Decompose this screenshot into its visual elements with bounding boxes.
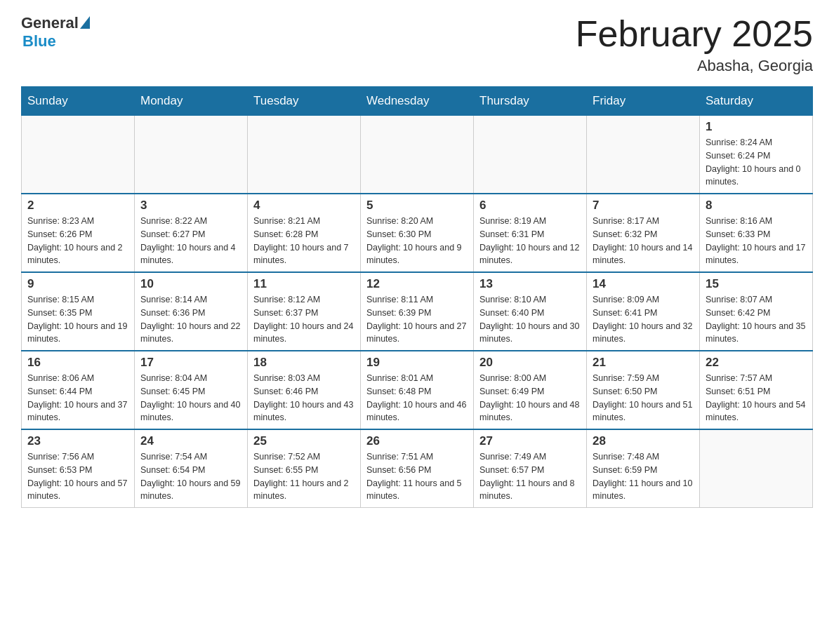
day-info: Sunrise: 8:19 AM Sunset: 6:31 PM Dayligh… — [479, 215, 581, 267]
day-number: 23 — [27, 434, 128, 448]
calendar-cell — [700, 429, 813, 508]
calendar-table: SundayMondayTuesdayWednesdayThursdayFrid… — [21, 86, 813, 508]
calendar-cell: 15Sunrise: 8:07 AM Sunset: 6:42 PM Dayli… — [700, 272, 813, 351]
calendar-cell — [474, 116, 587, 194]
calendar-header-tuesday: Tuesday — [248, 87, 361, 116]
day-number: 3 — [140, 199, 241, 213]
day-number: 12 — [366, 277, 468, 291]
day-number: 1 — [706, 120, 807, 134]
day-info: Sunrise: 8:22 AM Sunset: 6:27 PM Dayligh… — [140, 215, 241, 267]
calendar-cell: 12Sunrise: 8:11 AM Sunset: 6:39 PM Dayli… — [361, 272, 474, 351]
calendar-cell: 26Sunrise: 7:51 AM Sunset: 6:56 PM Dayli… — [361, 429, 474, 508]
calendar-cell — [22, 116, 135, 194]
calendar-week-row: 1Sunrise: 8:24 AM Sunset: 6:24 PM Daylig… — [22, 116, 813, 194]
month-title: February 2025 — [576, 14, 813, 54]
day-number: 28 — [593, 434, 694, 448]
title-section: February 2025 Abasha, Georgia — [576, 14, 813, 75]
calendar-cell: 7Sunrise: 8:17 AM Sunset: 6:32 PM Daylig… — [587, 194, 700, 272]
day-info: Sunrise: 7:49 AM Sunset: 6:57 PM Dayligh… — [479, 450, 581, 503]
day-info: Sunrise: 8:14 AM Sunset: 6:36 PM Dayligh… — [140, 293, 241, 346]
day-info: Sunrise: 7:48 AM Sunset: 6:59 PM Dayligh… — [593, 450, 694, 503]
calendar-cell: 21Sunrise: 7:59 AM Sunset: 6:50 PM Dayli… — [587, 351, 700, 429]
day-number: 27 — [479, 434, 581, 448]
calendar-cell: 13Sunrise: 8:10 AM Sunset: 6:40 PM Dayli… — [474, 272, 587, 351]
day-info: Sunrise: 8:15 AM Sunset: 6:35 PM Dayligh… — [27, 293, 128, 346]
calendar-cell — [248, 116, 361, 194]
calendar-header-row: SundayMondayTuesdayWednesdayThursdayFrid… — [22, 87, 813, 116]
day-number: 8 — [706, 199, 807, 213]
day-info: Sunrise: 8:06 AM Sunset: 6:44 PM Dayligh… — [27, 372, 128, 424]
day-number: 24 — [140, 434, 241, 448]
day-number: 6 — [479, 199, 581, 213]
calendar-header-thursday: Thursday — [474, 87, 587, 116]
day-number: 4 — [253, 199, 355, 213]
calendar-cell: 28Sunrise: 7:48 AM Sunset: 6:59 PM Dayli… — [587, 429, 700, 508]
day-info: Sunrise: 8:21 AM Sunset: 6:28 PM Dayligh… — [253, 215, 355, 267]
day-number: 26 — [366, 434, 468, 448]
calendar-cell: 9Sunrise: 8:15 AM Sunset: 6:35 PM Daylig… — [22, 272, 135, 351]
day-info: Sunrise: 7:51 AM Sunset: 6:56 PM Dayligh… — [366, 450, 468, 503]
calendar-header-friday: Friday — [587, 87, 700, 116]
location-label: Abasha, Georgia — [576, 57, 813, 75]
calendar-cell: 2Sunrise: 8:23 AM Sunset: 6:26 PM Daylig… — [22, 194, 135, 272]
day-info: Sunrise: 7:57 AM Sunset: 6:51 PM Dayligh… — [706, 372, 807, 424]
day-number: 20 — [479, 356, 581, 370]
day-info: Sunrise: 8:24 AM Sunset: 6:24 PM Dayligh… — [706, 136, 807, 189]
day-info: Sunrise: 7:52 AM Sunset: 6:55 PM Dayligh… — [253, 450, 355, 503]
day-number: 14 — [593, 277, 694, 291]
day-info: Sunrise: 7:56 AM Sunset: 6:53 PM Dayligh… — [27, 450, 128, 503]
calendar-week-row: 16Sunrise: 8:06 AM Sunset: 6:44 PM Dayli… — [22, 351, 813, 429]
calendar-cell: 11Sunrise: 8:12 AM Sunset: 6:37 PM Dayli… — [248, 272, 361, 351]
day-info: Sunrise: 8:20 AM Sunset: 6:30 PM Dayligh… — [366, 215, 468, 267]
day-number: 22 — [706, 356, 807, 370]
day-info: Sunrise: 8:16 AM Sunset: 6:33 PM Dayligh… — [706, 215, 807, 267]
logo-blue-text: Blue — [22, 32, 56, 51]
day-number: 7 — [593, 199, 694, 213]
day-info: Sunrise: 8:23 AM Sunset: 6:26 PM Dayligh… — [27, 215, 128, 267]
day-info: Sunrise: 8:07 AM Sunset: 6:42 PM Dayligh… — [706, 293, 807, 346]
day-number: 13 — [479, 277, 581, 291]
calendar-cell: 16Sunrise: 8:06 AM Sunset: 6:44 PM Dayli… — [22, 351, 135, 429]
logo-general-text: General — [21, 14, 79, 32]
day-info: Sunrise: 8:01 AM Sunset: 6:48 PM Dayligh… — [366, 372, 468, 424]
calendar-cell: 19Sunrise: 8:01 AM Sunset: 6:48 PM Dayli… — [361, 351, 474, 429]
logo: General Blue — [21, 14, 90, 51]
calendar-cell: 3Sunrise: 8:22 AM Sunset: 6:27 PM Daylig… — [135, 194, 248, 272]
day-number: 15 — [706, 277, 807, 291]
calendar-cell: 17Sunrise: 8:04 AM Sunset: 6:45 PM Dayli… — [135, 351, 248, 429]
day-number: 17 — [140, 356, 241, 370]
calendar-cell: 18Sunrise: 8:03 AM Sunset: 6:46 PM Dayli… — [248, 351, 361, 429]
calendar-cell: 27Sunrise: 7:49 AM Sunset: 6:57 PM Dayli… — [474, 429, 587, 508]
calendar-week-row: 2Sunrise: 8:23 AM Sunset: 6:26 PM Daylig… — [22, 194, 813, 272]
day-info: Sunrise: 8:10 AM Sunset: 6:40 PM Dayligh… — [479, 293, 581, 346]
calendar-cell: 8Sunrise: 8:16 AM Sunset: 6:33 PM Daylig… — [700, 194, 813, 272]
day-number: 19 — [366, 356, 468, 370]
calendar-header-wednesday: Wednesday — [361, 87, 474, 116]
calendar-cell — [361, 116, 474, 194]
logo-triangle-icon — [80, 16, 90, 29]
calendar-cell: 14Sunrise: 8:09 AM Sunset: 6:41 PM Dayli… — [587, 272, 700, 351]
calendar-cell: 20Sunrise: 8:00 AM Sunset: 6:49 PM Dayli… — [474, 351, 587, 429]
day-number: 18 — [253, 356, 355, 370]
day-info: Sunrise: 8:11 AM Sunset: 6:39 PM Dayligh… — [366, 293, 468, 346]
calendar-cell: 5Sunrise: 8:20 AM Sunset: 6:30 PM Daylig… — [361, 194, 474, 272]
day-number: 21 — [593, 356, 694, 370]
day-number: 10 — [140, 277, 241, 291]
day-info: Sunrise: 8:12 AM Sunset: 6:37 PM Dayligh… — [253, 293, 355, 346]
day-number: 5 — [366, 199, 468, 213]
calendar-cell: 10Sunrise: 8:14 AM Sunset: 6:36 PM Dayli… — [135, 272, 248, 351]
calendar-cell — [135, 116, 248, 194]
calendar-header-saturday: Saturday — [700, 87, 813, 116]
calendar-cell: 24Sunrise: 7:54 AM Sunset: 6:54 PM Dayli… — [135, 429, 248, 508]
calendar-cell: 6Sunrise: 8:19 AM Sunset: 6:31 PM Daylig… — [474, 194, 587, 272]
day-info: Sunrise: 8:00 AM Sunset: 6:49 PM Dayligh… — [479, 372, 581, 424]
day-info: Sunrise: 8:17 AM Sunset: 6:32 PM Dayligh… — [593, 215, 694, 267]
calendar-cell — [587, 116, 700, 194]
calendar-week-row: 9Sunrise: 8:15 AM Sunset: 6:35 PM Daylig… — [22, 272, 813, 351]
calendar-cell: 4Sunrise: 8:21 AM Sunset: 6:28 PM Daylig… — [248, 194, 361, 272]
calendar-cell: 23Sunrise: 7:56 AM Sunset: 6:53 PM Dayli… — [22, 429, 135, 508]
calendar-cell: 1Sunrise: 8:24 AM Sunset: 6:24 PM Daylig… — [700, 116, 813, 194]
calendar-week-row: 23Sunrise: 7:56 AM Sunset: 6:53 PM Dayli… — [22, 429, 813, 508]
calendar-header-sunday: Sunday — [22, 87, 135, 116]
day-number: 25 — [253, 434, 355, 448]
